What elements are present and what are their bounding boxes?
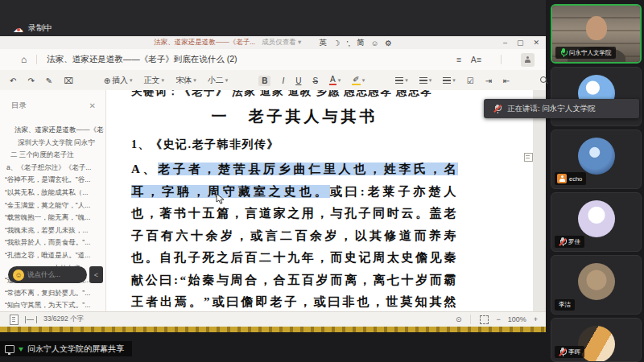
quick-chat-bubble: ☺ 说点什么... < [8,266,103,283]
toc-item[interactable]: 法家、道家还是道教——《老... [5,124,104,137]
text-tool-icon[interactable]: A≡ [471,55,481,64]
participant-tile[interactable]: 李洁 [551,255,642,315]
word-count-icon[interactable] [25,316,37,323]
toc-item[interactable]: “知白守其黑，为天下式。”... [5,299,104,312]
format-painter-button[interactable]: ✎ [46,76,52,85]
avatar [578,263,615,300]
page-layout-icon[interactable] [10,315,19,325]
doc-title: 法家、道家还是道教——《老子... [154,38,255,47]
toc-item[interactable]: “载营魄抱一，能无离，”魄... [5,212,104,224]
zoom-out-button[interactable]: − [496,315,500,323]
fit-page-icon[interactable] [480,315,489,324]
checkbox-list-button[interactable]: ☑ [467,76,474,85]
indent-decrease-button[interactable]: ⇤ [503,76,510,85]
avatar [578,138,615,175]
participant-name: 罗佳 [568,238,580,246]
avatar [578,200,615,237]
punctuation-icon[interactable]: ’, [346,39,350,47]
highlight-color-dropdown[interactable]: ✐▾ [352,76,365,85]
member-role-icon [557,174,567,183]
paragraph-style-dropdown[interactable]: 正文▾ [144,75,165,86]
indent-increase-button[interactable]: ⇥ [485,76,492,85]
comment-anchor-icon[interactable] [524,153,533,162]
recording-label: 录制中 [28,23,52,34]
word-count: 33/6292 个字 [43,315,84,324]
account-avatar-button[interactable] [521,53,535,67]
toc-title: 目录 [11,101,27,111]
toc-item[interactable]: “我欲异於人，而贵食母。”... [5,237,104,249]
chat-input-collapsed[interactable]: ☺ 说点什么... [8,266,87,283]
monitor-icon [5,345,14,353]
statusbar-left: 33/6292 个字 [10,315,84,325]
align-dropdown[interactable]: ▾ [395,77,408,84]
clear-format-button[interactable]: ⌧ [64,76,73,85]
participant-tile[interactable]: 问永宁人文学院 [551,4,642,64]
minimize-button[interactable]: – [503,39,507,47]
participant-name: echo [569,175,582,183]
speaking-toast-label: 正在讲话: 问永宁人文学院 [507,104,596,114]
reading-mode-icon[interactable]: ⊙ [456,315,462,323]
toc-item[interactable]: a、《老子想尔注》《老子... [5,162,104,175]
redo-button[interactable]: ↷ [27,76,34,85]
document-page[interactable]: 关键词：《老子》 法家 道家 道教 乡愿 愚忠愚孝 愚忠孝 一 老子其人与其书 … [105,90,533,312]
zoom-in-button[interactable]: + [534,315,538,323]
smiley-icon[interactable]: ☺ [371,39,379,47]
participant-tile[interactable]: echo [551,130,642,189]
section-heading: 一 老子其人与其书 [131,106,458,127]
video-face [586,16,607,40]
moon-icon[interactable]: ☽ [333,39,341,47]
document-tab[interactable]: 法家、道家还是道教——《老子》到底在说什么 (2) [47,54,237,65]
toc-close-icon[interactable]: ✕ [89,101,96,110]
chat-placeholder: 说点什么... [27,270,60,280]
bullet-list-dropdown[interactable]: ▾ [419,77,432,84]
strikethrough-button[interactable]: S [312,76,318,85]
toc-item[interactable]: “金玉满堂，莫之能守，”人... [5,200,104,212]
keywords-line: 关键词：《老子》 法家 道家 道教 乡愿 愚忠愚孝 愚忠孝 [131,90,458,99]
collapse-left-icon[interactable]: < [89,266,103,283]
emoji-icon[interactable]: ☺ [13,269,24,281]
person-icon [559,175,565,182]
font-color-dropdown[interactable]: A▾ [329,76,341,85]
participant-name-badge: echo [555,172,586,185]
italic-button[interactable]: I [282,76,284,85]
close-button[interactable]: ✕ [533,39,539,47]
screen-share-banner: 问永宁人文学院的屏幕共享 [0,341,132,356]
meeting-window: ☁ 录制中 法家、道家还是道教——《老子... 成员仅查看 ▾ 英 ☽ ’, 简… [0,0,644,362]
font-family-dropdown[interactable]: 宋体▾ [175,75,196,86]
font-size-dropdown[interactable]: 小二▾ [208,75,229,86]
simplified-icon[interactable]: 简 [357,38,365,48]
wps-statusbar: 33/6292 个字 ⊙ − 100% + [0,311,546,327]
undo-button[interactable]: ↶ [10,76,16,85]
ime-lang-icon[interactable]: 英 [319,38,327,48]
recording-dot-icon [17,28,20,31]
toc-item[interactable]: “谷神不死，是谓玄牝。”谷... [5,174,104,187]
participant-name-badge: 李晖 [555,346,584,358]
home-icon[interactable]: ⌂ [21,54,27,65]
gear-icon[interactable]: ⚙ [385,39,392,47]
participant-name: 李晖 [568,348,580,356]
underline-button[interactable]: U [295,76,301,85]
toc-item[interactable]: “我魄未兆，若婴儿未孩，... [5,224,104,237]
participant-tile[interactable]: 李晖 [551,318,642,362]
paragraph-a-label: A、 [131,162,158,175]
mouse-cursor [216,193,225,205]
participant-tile[interactable]: 罗佳 [551,192,642,252]
insert-dropdown[interactable]: ⊕插入▾ [104,75,133,86]
toc-item[interactable]: 二 三个向度的老子注 [5,149,104,162]
numbered-list-dropdown[interactable]: ▾ [443,77,456,84]
paragraph-a: A、老子者，楚苦县厉乡曲仁里人也，姓李氏，名耳，字聃，周守藏室之史也。或曰:老莱… [131,158,458,312]
bold-button[interactable]: B [258,76,270,86]
hamburger-menu-icon[interactable]: ≡ [456,55,461,64]
meeting-top-strip: ☁ 录制中 [0,0,546,36]
toc-item[interactable]: “孔德之容，唯道是从。”道... [5,249,104,262]
view-mode-dropdown[interactable]: 成员仅查看 ▾ [262,38,301,47]
green-arrow-icon [19,348,23,352]
search-icon[interactable] [540,76,548,84]
restore-button[interactable]: ▢ [517,39,524,47]
zoom-level: 100% [508,315,526,323]
tabbar-right-icons: ≡ A≡ [456,53,535,67]
toc-item[interactable]: “以其无私，故能成其私（... [5,187,104,200]
toc-item[interactable]: 深圳大学人文学院 问永宁 [5,137,104,150]
person-icon [525,56,531,63]
toc-item[interactable]: “常德不离，复归於婴儿。”... [5,287,104,300]
